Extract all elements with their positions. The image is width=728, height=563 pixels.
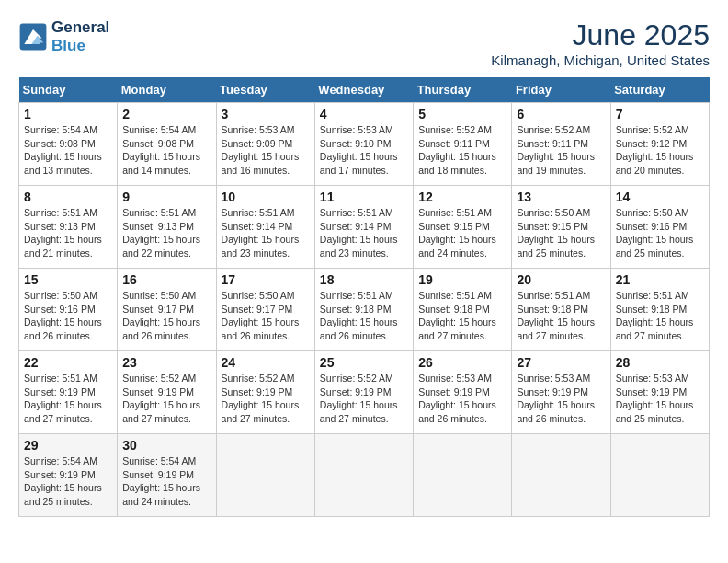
day-info: Sunrise: 5:53 AMSunset: 9:19 PMDaylight:…: [517, 373, 595, 424]
day-info: Sunrise: 5:51 AMSunset: 9:14 PMDaylight:…: [222, 207, 300, 259]
day-number: 12: [418, 190, 506, 204]
day-info: Sunrise: 5:50 AMSunset: 9:17 PMDaylight:…: [222, 290, 300, 341]
calendar-cell: [414, 434, 512, 517]
header-thursday: Thursday: [414, 77, 512, 103]
header-friday: Friday: [512, 77, 610, 103]
calendar-cell: [314, 434, 413, 517]
day-info: Sunrise: 5:53 AMSunset: 9:19 PMDaylight:…: [616, 373, 694, 424]
header-wednesday: Wednesday: [314, 77, 413, 103]
calendar-cell: 11 Sunrise: 5:51 AMSunset: 9:14 PMDaylig…: [314, 186, 413, 269]
logo: General Blue: [18, 18, 109, 55]
calendar-cell: [610, 434, 709, 517]
day-info: Sunrise: 5:51 AMSunset: 9:15 PMDaylight:…: [418, 207, 496, 259]
calendar-cell: 8 Sunrise: 5:51 AMSunset: 9:13 PMDayligh…: [19, 186, 118, 269]
day-info: Sunrise: 5:50 AMSunset: 9:17 PMDaylight:…: [122, 290, 200, 341]
header-tuesday: Tuesday: [216, 77, 314, 103]
calendar-cell: 3 Sunrise: 5:53 AMSunset: 9:09 PMDayligh…: [216, 103, 314, 186]
calendar-cell: 17 Sunrise: 5:50 AMSunset: 9:17 PMDaylig…: [216, 269, 314, 351]
week-row-2: 8 Sunrise: 5:51 AMSunset: 9:13 PMDayligh…: [19, 186, 710, 269]
day-number: 11: [320, 190, 408, 204]
calendar-cell: 30 Sunrise: 5:54 AMSunset: 9:19 PMDaylig…: [118, 434, 216, 517]
day-info: Sunrise: 5:51 AMSunset: 9:13 PMDaylight:…: [122, 207, 200, 259]
calendar-cell: 16 Sunrise: 5:50 AMSunset: 9:17 PMDaylig…: [118, 269, 216, 351]
calendar-cell: 13 Sunrise: 5:50 AMSunset: 9:15 PMDaylig…: [512, 186, 610, 269]
week-row-1: 1 Sunrise: 5:54 AMSunset: 9:08 PMDayligh…: [19, 103, 710, 186]
week-row-5: 29 Sunrise: 5:54 AMSunset: 9:19 PMDaylig…: [19, 434, 710, 517]
day-info: Sunrise: 5:51 AMSunset: 9:18 PMDaylight:…: [616, 290, 694, 341]
day-info: Sunrise: 5:50 AMSunset: 9:16 PMDaylight:…: [616, 207, 694, 259]
day-number: 3: [222, 107, 310, 121]
day-number: 17: [222, 272, 310, 287]
day-info: Sunrise: 5:52 AMSunset: 9:19 PMDaylight:…: [320, 373, 398, 424]
page-header: General Blue June 2025 Kilmanagh, Michig…: [18, 18, 710, 68]
calendar-cell: 12 Sunrise: 5:51 AMSunset: 9:15 PMDaylig…: [414, 186, 512, 269]
logo-text: General Blue: [51, 18, 109, 55]
day-number: 24: [222, 355, 310, 370]
day-number: 9: [122, 190, 210, 204]
day-info: Sunrise: 5:50 AMSunset: 9:15 PMDaylight:…: [517, 207, 595, 259]
day-number: 29: [24, 438, 112, 453]
day-number: 25: [320, 355, 408, 370]
day-info: Sunrise: 5:50 AMSunset: 9:16 PMDaylight:…: [24, 290, 102, 341]
calendar-title: June 2025: [491, 18, 710, 52]
calendar-cell: 29 Sunrise: 5:54 AMSunset: 9:19 PMDaylig…: [19, 434, 118, 517]
calendar-cell: 24 Sunrise: 5:52 AMSunset: 9:19 PMDaylig…: [216, 351, 314, 434]
day-number: 21: [616, 272, 704, 287]
calendar-cell: 19 Sunrise: 5:51 AMSunset: 9:18 PMDaylig…: [414, 269, 512, 351]
calendar-cell: 18 Sunrise: 5:51 AMSunset: 9:18 PMDaylig…: [314, 269, 413, 351]
day-info: Sunrise: 5:51 AMSunset: 9:19 PMDaylight:…: [24, 373, 102, 424]
day-number: 20: [517, 272, 605, 287]
calendar-cell: 27 Sunrise: 5:53 AMSunset: 9:19 PMDaylig…: [512, 351, 610, 434]
day-info: Sunrise: 5:52 AMSunset: 9:19 PMDaylight:…: [122, 373, 200, 424]
day-number: 22: [24, 355, 112, 370]
day-number: 18: [320, 272, 408, 287]
day-number: 4: [320, 107, 408, 121]
calendar-cell: 1 Sunrise: 5:54 AMSunset: 9:08 PMDayligh…: [19, 103, 118, 186]
calendar-cell: 7 Sunrise: 5:52 AMSunset: 9:12 PMDayligh…: [610, 103, 709, 186]
calendar-cell: 21 Sunrise: 5:51 AMSunset: 9:18 PMDaylig…: [610, 269, 709, 351]
day-info: Sunrise: 5:53 AMSunset: 9:09 PMDaylight:…: [222, 124, 300, 176]
calendar-cell: 5 Sunrise: 5:52 AMSunset: 9:11 PMDayligh…: [414, 103, 512, 186]
day-number: 14: [616, 190, 704, 204]
calendar-cell: 26 Sunrise: 5:53 AMSunset: 9:19 PMDaylig…: [414, 351, 512, 434]
day-number: 5: [418, 107, 506, 121]
calendar-table: Sunday Monday Tuesday Wednesday Thursday…: [18, 77, 710, 517]
calendar-cell: [512, 434, 610, 517]
header-saturday: Saturday: [610, 77, 709, 103]
day-number: 7: [616, 107, 704, 121]
calendar-cell: [216, 434, 314, 517]
day-number: 15: [24, 272, 112, 287]
day-info: Sunrise: 5:53 AMSunset: 9:19 PMDaylight:…: [418, 373, 496, 424]
calendar-cell: 22 Sunrise: 5:51 AMSunset: 9:19 PMDaylig…: [19, 351, 118, 434]
day-info: Sunrise: 5:51 AMSunset: 9:14 PMDaylight:…: [320, 207, 398, 259]
day-info: Sunrise: 5:52 AMSunset: 9:12 PMDaylight:…: [616, 124, 694, 176]
day-number: 26: [418, 355, 506, 370]
calendar-cell: 14 Sunrise: 5:50 AMSunset: 9:16 PMDaylig…: [610, 186, 709, 269]
calendar-cell: 23 Sunrise: 5:52 AMSunset: 9:19 PMDaylig…: [118, 351, 216, 434]
day-info: Sunrise: 5:51 AMSunset: 9:13 PMDaylight:…: [24, 207, 102, 259]
day-info: Sunrise: 5:52 AMSunset: 9:11 PMDaylight:…: [517, 124, 595, 176]
day-number: 19: [418, 272, 506, 287]
day-info: Sunrise: 5:51 AMSunset: 9:18 PMDaylight:…: [418, 290, 496, 341]
calendar-cell: 9 Sunrise: 5:51 AMSunset: 9:13 PMDayligh…: [118, 186, 216, 269]
day-info: Sunrise: 5:54 AMSunset: 9:08 PMDaylight:…: [122, 124, 200, 176]
calendar-cell: 6 Sunrise: 5:52 AMSunset: 9:11 PMDayligh…: [512, 103, 610, 186]
day-info: Sunrise: 5:51 AMSunset: 9:18 PMDaylight:…: [320, 290, 398, 341]
day-info: Sunrise: 5:52 AMSunset: 9:11 PMDaylight:…: [418, 124, 496, 176]
calendar-subtitle: Kilmanagh, Michigan, United States: [491, 52, 710, 68]
week-row-3: 15 Sunrise: 5:50 AMSunset: 9:16 PMDaylig…: [19, 269, 710, 351]
logo-icon: [18, 22, 48, 52]
day-number: 30: [122, 438, 210, 453]
calendar-cell: 20 Sunrise: 5:51 AMSunset: 9:18 PMDaylig…: [512, 269, 610, 351]
calendar-cell: 28 Sunrise: 5:53 AMSunset: 9:19 PMDaylig…: [610, 351, 709, 434]
day-info: Sunrise: 5:51 AMSunset: 9:18 PMDaylight:…: [517, 290, 595, 341]
calendar-cell: 15 Sunrise: 5:50 AMSunset: 9:16 PMDaylig…: [19, 269, 118, 351]
day-info: Sunrise: 5:54 AMSunset: 9:19 PMDaylight:…: [24, 455, 102, 507]
day-number: 1: [24, 107, 112, 121]
day-number: 16: [122, 272, 210, 287]
title-block: June 2025 Kilmanagh, Michigan, United St…: [491, 18, 710, 68]
day-number: 8: [24, 190, 112, 204]
day-info: Sunrise: 5:52 AMSunset: 9:19 PMDaylight:…: [222, 373, 300, 424]
week-row-4: 22 Sunrise: 5:51 AMSunset: 9:19 PMDaylig…: [19, 351, 710, 434]
day-number: 27: [517, 355, 605, 370]
